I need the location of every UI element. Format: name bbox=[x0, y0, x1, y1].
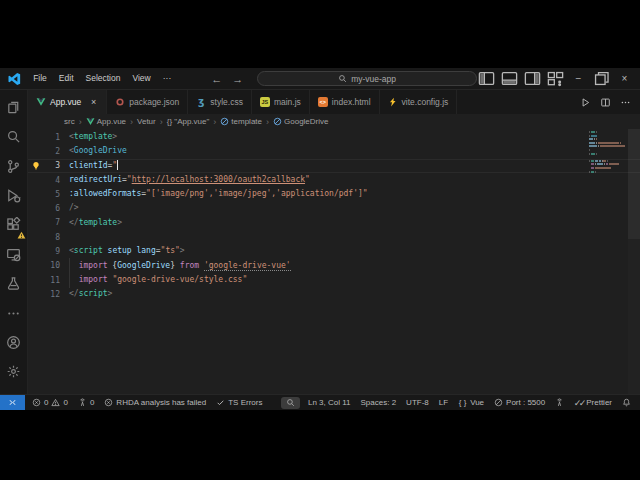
code-line-2[interactable]: 2<GoogleDrive bbox=[28, 144, 640, 158]
language-mode[interactable]: { }Vue bbox=[453, 395, 489, 410]
line-number: 7 bbox=[44, 218, 60, 227]
lightbulb-icon bbox=[31, 161, 41, 171]
live-server-port[interactable]: Port : 5500 bbox=[489, 395, 550, 410]
menu-more[interactable]: ··· bbox=[157, 68, 178, 89]
close-tab-icon[interactable]: × bbox=[89, 97, 98, 107]
source-control-icon bbox=[6, 159, 21, 174]
code-line-5[interactable]: 5:allowedFormats="['image/png','image/jp… bbox=[28, 187, 640, 201]
code-line-10[interactable]: 10 import {GoogleDrive} from 'google-dri… bbox=[28, 259, 640, 273]
code-line-8[interactable]: 8 bbox=[28, 230, 640, 244]
breadcrumb-item-app-vue[interactable]: App.vue bbox=[86, 117, 126, 126]
activity-extensions[interactable] bbox=[2, 214, 26, 236]
zoom-indicator[interactable] bbox=[281, 397, 300, 409]
line-number: 8 bbox=[44, 233, 60, 242]
breadcrumb-item-src[interactable]: src bbox=[64, 117, 75, 126]
magnifier-icon bbox=[6, 129, 21, 144]
chevron-right-icon: › bbox=[78, 117, 83, 127]
code-line-9[interactable]: 9<script setup lang="ts"> bbox=[28, 244, 640, 258]
indentation[interactable]: Spaces: 2 bbox=[356, 395, 402, 410]
tab-label: package.json bbox=[129, 97, 179, 107]
text-cursor bbox=[117, 160, 118, 170]
breadcrumb-item-googledrive[interactable]: GoogleDrive bbox=[273, 117, 328, 126]
tab-index-html[interactable]: <>index.html bbox=[310, 90, 380, 114]
ports[interactable]: 0 bbox=[73, 395, 99, 410]
menu-file[interactable]: File bbox=[27, 68, 53, 89]
menu-selection[interactable]: Selection bbox=[80, 68, 127, 89]
ts-errors[interactable]: TS Errors bbox=[211, 395, 267, 410]
code-line-6[interactable]: 6/> bbox=[28, 201, 640, 215]
activity-remote-explorer[interactable] bbox=[2, 243, 26, 265]
remote-icon bbox=[8, 398, 17, 407]
customize-layout-button[interactable] bbox=[546, 70, 565, 88]
vscode-window: FileEditSelectionView··· ← → my-vue-app … bbox=[0, 68, 640, 410]
code-text: import "google-drive-vue/style.css" bbox=[69, 273, 247, 287]
remote-indicator[interactable] bbox=[0, 395, 25, 410]
line-number: 9 bbox=[44, 247, 60, 256]
titlebar: FileEditSelectionView··· ← → my-vue-app … bbox=[0, 68, 640, 90]
rhda-status[interactable]: RHDA analysis has failed bbox=[99, 395, 211, 410]
activity-bar bbox=[0, 90, 28, 394]
code-line-7[interactable]: 7</template> bbox=[28, 216, 640, 230]
menu-view[interactable]: View bbox=[126, 68, 156, 89]
minimize-button[interactable]: − bbox=[569, 70, 588, 88]
video-frame: FileEditSelectionView··· ← → my-vue-app … bbox=[0, 0, 640, 480]
menu-edit[interactable]: Edit bbox=[53, 68, 80, 89]
code-line-11[interactable]: 11 import "google-drive-vue/style.css" bbox=[28, 273, 640, 287]
circle-slash-icon bbox=[494, 398, 503, 407]
tab-package-json[interactable]: package.json bbox=[107, 90, 188, 114]
activity-explorer[interactable] bbox=[2, 96, 26, 118]
code-line-4[interactable]: 4redirectUri="http://localhost:3000/oaut… bbox=[28, 173, 640, 187]
command-center-search[interactable]: my-vue-app bbox=[257, 71, 477, 86]
tab-app-vue[interactable]: App.vue× bbox=[28, 90, 107, 114]
account-icon bbox=[6, 335, 21, 350]
tab-style-css[interactable]: ʒstyle.css bbox=[188, 90, 252, 114]
activity-testing[interactable] bbox=[2, 272, 26, 294]
tab-main-js[interactable]: JSmain.js bbox=[252, 90, 310, 114]
breadcrumb-item-app-vue[interactable]: {} "App.vue" bbox=[167, 117, 210, 126]
run-button[interactable] bbox=[580, 97, 591, 108]
back-icon[interactable]: ← bbox=[211, 73, 222, 85]
eol[interactable]: LF bbox=[434, 395, 453, 410]
prettier[interactable]: ✓✓Prettier bbox=[569, 395, 617, 410]
scrollbar-slider[interactable] bbox=[628, 129, 640, 239]
chevron-right-icon: › bbox=[129, 117, 134, 127]
code-text: :allowedFormats="['image/png','image/jpe… bbox=[69, 187, 368, 201]
broadcast[interactable] bbox=[550, 395, 569, 410]
toggle-sidebar-button[interactable] bbox=[477, 70, 496, 88]
css-icon: ʒ bbox=[196, 97, 206, 107]
code-editor[interactable]: 1<template>2<GoogleDrive3clientId="4redi… bbox=[28, 129, 640, 394]
history-nav: ← → bbox=[211, 73, 243, 85]
cursor-position[interactable]: Ln 3, Col 11 bbox=[303, 395, 356, 410]
activity-source-control[interactable] bbox=[2, 155, 26, 177]
radio-tower-icon bbox=[555, 398, 564, 407]
toggle-panel-button[interactable] bbox=[500, 70, 519, 88]
activity-run-debug[interactable] bbox=[2, 184, 26, 206]
js-icon: JS bbox=[260, 97, 270, 107]
close-button[interactable]: × bbox=[615, 70, 634, 88]
activity-more-views[interactable] bbox=[2, 302, 26, 324]
activity-settings[interactable] bbox=[2, 361, 26, 383]
activity-accounts[interactable] bbox=[2, 331, 26, 353]
notifications[interactable] bbox=[617, 395, 636, 410]
breadcrumb-item-vetur[interactable]: Vetur bbox=[137, 117, 156, 126]
vertical-scrollbar[interactable] bbox=[628, 129, 640, 394]
code-text: <template> bbox=[69, 130, 117, 144]
forward-icon[interactable]: → bbox=[232, 73, 243, 85]
toggle-secondary-sidebar-button[interactable] bbox=[523, 70, 542, 88]
breadcrumb-item-template[interactable]: template bbox=[220, 117, 262, 126]
code-line-1[interactable]: 1<template> bbox=[28, 130, 640, 144]
split-editor-button[interactable] bbox=[600, 97, 611, 108]
magnifier-icon bbox=[286, 398, 295, 407]
search-icon bbox=[338, 74, 347, 83]
code-line-3[interactable]: 3clientId=" bbox=[28, 159, 640, 173]
minimap[interactable] bbox=[589, 131, 627, 174]
restore-button[interactable] bbox=[592, 70, 611, 88]
more-actions-button[interactable] bbox=[620, 97, 631, 108]
problems[interactable]: 00 bbox=[27, 395, 73, 410]
code-line-12[interactable]: 12</script> bbox=[28, 287, 640, 301]
activity-search[interactable] bbox=[2, 125, 26, 147]
encoding[interactable]: UTF-8 bbox=[401, 395, 434, 410]
tab-vite-config-js[interactable]: vite.config.js bbox=[380, 90, 458, 114]
line-number: 12 bbox=[44, 290, 60, 299]
symbol-element-icon bbox=[273, 117, 282, 126]
